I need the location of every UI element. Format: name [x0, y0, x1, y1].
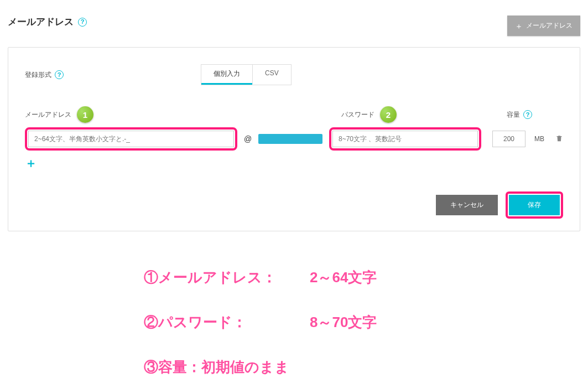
password-input[interactable] [332, 131, 478, 147]
trash-icon[interactable] [555, 134, 563, 144]
save-highlight-box: 保存 [506, 191, 563, 219]
tab-csv[interactable]: CSV [252, 65, 291, 85]
annotation-badge-2: 2 [380, 106, 397, 123]
tab-individual-input[interactable]: 個別入力 [201, 65, 252, 85]
at-symbol: @ [244, 134, 252, 143]
annotation-line1-left: ①メールアドレス： [144, 265, 310, 291]
capacity-input[interactable] [492, 131, 525, 147]
annotation-line2-left: ②パスワード： [144, 309, 310, 335]
annotation-text-block: ①メールアドレス： 2～64文字 ②パスワード： 8～70文字 ③容量：初期値の… [0, 265, 588, 378]
password-label-text: パスワード [341, 110, 374, 120]
help-icon[interactable]: ? [78, 18, 87, 27]
add-mail-label: メールアドレス [526, 21, 573, 30]
email-field-label: メールアドレス 1 [25, 106, 242, 123]
capacity-field-label: 容量 ? [507, 106, 563, 123]
password-highlight-box [329, 127, 481, 151]
help-icon[interactable]: ? [55, 70, 64, 79]
email-input[interactable] [28, 131, 234, 147]
page-title: メールアドレス ? [8, 15, 87, 28]
capacity-unit: MB [534, 135, 544, 143]
annotation-line3: ③容量：初期値のまま [144, 354, 289, 378]
cancel-button[interactable]: キャンセル [436, 195, 498, 215]
registration-format-label: 登録形式 ? [25, 70, 64, 80]
plus-icon: ＋ [515, 22, 523, 30]
domain-redacted-bar [258, 134, 322, 144]
annotation-badge-1: 1 [77, 106, 93, 123]
help-icon[interactable]: ? [523, 110, 532, 119]
capacity-label-text: 容量 [507, 110, 520, 120]
format-tabs: 個別入力 CSV [201, 64, 292, 85]
reg-format-text: 登録形式 [25, 70, 51, 80]
page-title-text: メールアドレス [8, 15, 74, 28]
form-panel: 登録形式 ? 個別入力 CSV メールアドレス 1 パスワード 2 容量 ? @ [8, 47, 580, 231]
email-highlight-box [25, 127, 237, 151]
email-label-text: メールアドレス [25, 110, 71, 120]
annotation-line2-right: 8～70文字 [310, 309, 377, 335]
add-mail-address-button[interactable]: ＋ メールアドレス [507, 15, 580, 36]
annotation-line1-right: 2～64文字 [310, 265, 377, 291]
password-field-label: パスワード 2 [341, 106, 504, 123]
add-row-icon[interactable]: ＋ [25, 155, 37, 172]
save-button[interactable]: 保存 [509, 195, 560, 215]
